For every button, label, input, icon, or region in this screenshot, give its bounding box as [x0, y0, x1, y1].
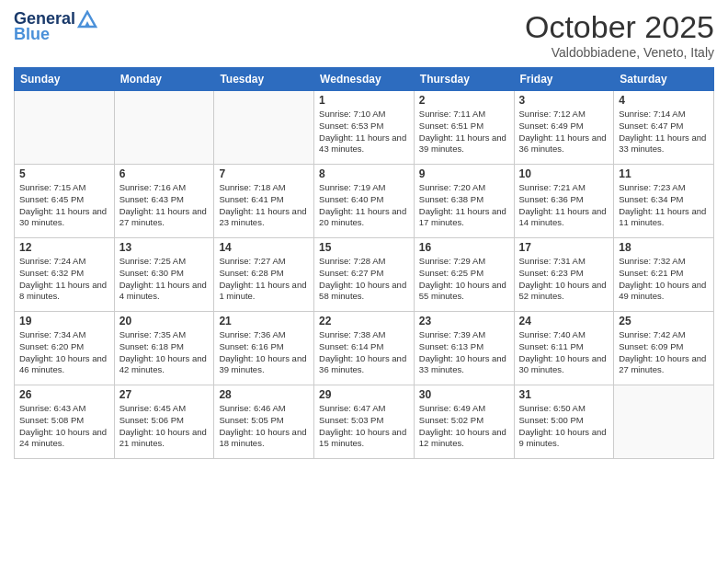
day-number: 8 — [319, 167, 409, 180]
day-number: 23 — [419, 315, 509, 327]
calendar-cell: 19Sunrise: 7:34 AM Sunset: 6:20 PM Dayli… — [15, 312, 115, 385]
calendar-cell: 6Sunrise: 7:16 AM Sunset: 6:43 PM Daylig… — [114, 165, 214, 238]
calendar-cell: 1Sunrise: 7:10 AM Sunset: 6:53 PM Daylig… — [314, 91, 415, 165]
day-info: Sunrise: 7:11 AM Sunset: 6:51 PM Dayligh… — [419, 109, 509, 155]
calendar-cell — [614, 385, 714, 459]
calendar-cell: 11Sunrise: 7:23 AM Sunset: 6:34 PM Dayli… — [614, 165, 714, 238]
day-info: Sunrise: 6:45 AM Sunset: 5:06 PM Dayligh… — [119, 403, 210, 450]
header: General Blue October 2025 Valdobbiadene,… — [14, 9, 714, 60]
calendar-cell: 24Sunrise: 7:40 AM Sunset: 6:11 PM Dayli… — [514, 312, 614, 385]
days-header-row: SundayMondayTuesdayWednesdayThursdayFrid… — [15, 68, 714, 91]
day-number: 5 — [19, 167, 109, 180]
day-number: 3 — [519, 94, 609, 107]
day-info: Sunrise: 6:49 AM Sunset: 5:02 PM Dayligh… — [419, 403, 509, 450]
day-info: Sunrise: 7:38 AM Sunset: 6:14 PM Dayligh… — [319, 329, 409, 376]
calendar-cell: 7Sunrise: 7:18 AM Sunset: 6:41 PM Daylig… — [214, 165, 314, 238]
day-number: 14 — [219, 241, 309, 254]
day-info: Sunrise: 7:21 AM Sunset: 6:36 PM Dayligh… — [519, 182, 609, 229]
day-number: 24 — [519, 315, 609, 327]
week-row-5: 26Sunrise: 6:43 AM Sunset: 5:08 PM Dayli… — [15, 385, 714, 459]
day-header-sunday: Sunday — [15, 68, 115, 91]
day-info: Sunrise: 7:34 AM Sunset: 6:20 PM Dayligh… — [19, 329, 109, 376]
day-number: 22 — [319, 315, 409, 327]
day-number: 25 — [619, 315, 709, 327]
day-number: 2 — [419, 94, 509, 107]
day-number: 21 — [219, 315, 309, 327]
day-info: Sunrise: 7:36 AM Sunset: 6:16 PM Dayligh… — [219, 329, 309, 376]
month-title: October 2025 — [525, 9, 714, 45]
day-header-monday: Monday — [114, 68, 214, 91]
calendar-cell: 30Sunrise: 6:49 AM Sunset: 5:02 PM Dayli… — [414, 385, 514, 459]
calendar-cell: 16Sunrise: 7:29 AM Sunset: 6:25 PM Dayli… — [414, 238, 514, 312]
calendar-cell: 17Sunrise: 7:31 AM Sunset: 6:23 PM Dayli… — [514, 238, 614, 312]
calendar-cell: 23Sunrise: 7:39 AM Sunset: 6:13 PM Dayli… — [414, 312, 514, 385]
day-info: Sunrise: 7:14 AM Sunset: 6:47 PM Dayligh… — [619, 109, 709, 155]
calendar-cell: 26Sunrise: 6:43 AM Sunset: 5:08 PM Dayli… — [15, 385, 115, 459]
day-number: 10 — [519, 167, 609, 180]
day-info: Sunrise: 6:43 AM Sunset: 5:08 PM Dayligh… — [19, 403, 109, 450]
calendar-cell: 10Sunrise: 7:21 AM Sunset: 6:36 PM Dayli… — [514, 165, 614, 238]
logo-blue: Blue — [14, 25, 50, 44]
day-info: Sunrise: 7:20 AM Sunset: 6:38 PM Dayligh… — [419, 182, 509, 229]
calendar-cell — [15, 91, 115, 165]
day-header-wednesday: Wednesday — [314, 68, 415, 91]
calendar-cell: 4Sunrise: 7:14 AM Sunset: 6:47 PM Daylig… — [614, 91, 714, 165]
calendar-cell — [214, 91, 314, 165]
day-info: Sunrise: 7:27 AM Sunset: 6:28 PM Dayligh… — [219, 256, 309, 303]
day-info: Sunrise: 7:19 AM Sunset: 6:40 PM Dayligh… — [319, 182, 409, 229]
day-number: 19 — [19, 315, 109, 327]
calendar-cell: 18Sunrise: 7:32 AM Sunset: 6:21 PM Dayli… — [614, 238, 714, 312]
calendar-cell — [114, 91, 214, 165]
day-info: Sunrise: 7:31 AM Sunset: 6:23 PM Dayligh… — [519, 256, 609, 303]
day-info: Sunrise: 7:10 AM Sunset: 6:53 PM Dayligh… — [319, 109, 409, 155]
week-row-2: 5Sunrise: 7:15 AM Sunset: 6:45 PM Daylig… — [15, 165, 714, 238]
week-row-4: 19Sunrise: 7:34 AM Sunset: 6:20 PM Dayli… — [15, 312, 714, 385]
day-number: 11 — [619, 167, 709, 180]
calendar-cell: 22Sunrise: 7:38 AM Sunset: 6:14 PM Dayli… — [314, 312, 415, 385]
logo: General Blue — [14, 9, 97, 44]
calendar-cell: 21Sunrise: 7:36 AM Sunset: 6:16 PM Dayli… — [214, 312, 314, 385]
day-header-saturday: Saturday — [614, 68, 714, 91]
calendar-cell: 27Sunrise: 6:45 AM Sunset: 5:06 PM Dayli… — [114, 385, 214, 459]
day-info: Sunrise: 7:15 AM Sunset: 6:45 PM Dayligh… — [19, 182, 109, 229]
day-number: 6 — [119, 167, 210, 180]
calendar-cell: 13Sunrise: 7:25 AM Sunset: 6:30 PM Dayli… — [114, 238, 214, 312]
calendar-cell: 12Sunrise: 7:24 AM Sunset: 6:32 PM Dayli… — [15, 238, 115, 312]
location: Valdobbiadene, Veneto, Italy — [525, 45, 714, 60]
day-info: Sunrise: 7:18 AM Sunset: 6:41 PM Dayligh… — [219, 182, 309, 229]
day-number: 30 — [419, 388, 509, 401]
day-info: Sunrise: 7:12 AM Sunset: 6:49 PM Dayligh… — [519, 109, 609, 155]
day-number: 26 — [19, 388, 109, 401]
calendar-cell: 2Sunrise: 7:11 AM Sunset: 6:51 PM Daylig… — [414, 91, 514, 165]
day-number: 16 — [419, 241, 509, 254]
day-number: 4 — [619, 94, 709, 107]
calendar-cell: 29Sunrise: 6:47 AM Sunset: 5:03 PM Dayli… — [314, 385, 415, 459]
day-number: 27 — [119, 388, 210, 401]
calendar-cell: 9Sunrise: 7:20 AM Sunset: 6:38 PM Daylig… — [414, 165, 514, 238]
day-info: Sunrise: 6:47 AM Sunset: 5:03 PM Dayligh… — [319, 403, 409, 450]
day-number: 29 — [319, 388, 409, 401]
day-info: Sunrise: 7:28 AM Sunset: 6:27 PM Dayligh… — [319, 256, 409, 303]
calendar-cell: 3Sunrise: 7:12 AM Sunset: 6:49 PM Daylig… — [514, 91, 614, 165]
title-block: October 2025 Valdobbiadene, Veneto, Ital… — [525, 9, 714, 60]
calendar-cell: 8Sunrise: 7:19 AM Sunset: 6:40 PM Daylig… — [314, 165, 415, 238]
day-info: Sunrise: 7:16 AM Sunset: 6:43 PM Dayligh… — [119, 182, 210, 229]
day-number: 15 — [319, 241, 409, 254]
day-number: 28 — [219, 388, 309, 401]
week-row-1: 1Sunrise: 7:10 AM Sunset: 6:53 PM Daylig… — [15, 91, 714, 165]
day-info: Sunrise: 7:39 AM Sunset: 6:13 PM Dayligh… — [419, 329, 509, 376]
calendar-cell: 14Sunrise: 7:27 AM Sunset: 6:28 PM Dayli… — [214, 238, 314, 312]
day-info: Sunrise: 7:23 AM Sunset: 6:34 PM Dayligh… — [619, 182, 709, 229]
calendar-cell: 25Sunrise: 7:42 AM Sunset: 6:09 PM Dayli… — [614, 312, 714, 385]
calendar-cell: 28Sunrise: 6:46 AM Sunset: 5:05 PM Dayli… — [214, 385, 314, 459]
svg-marker-1 — [85, 21, 90, 27]
day-number: 20 — [119, 315, 210, 327]
day-info: Sunrise: 7:42 AM Sunset: 6:09 PM Dayligh… — [619, 329, 709, 376]
calendar-cell: 15Sunrise: 7:28 AM Sunset: 6:27 PM Dayli… — [314, 238, 415, 312]
calendar-cell: 20Sunrise: 7:35 AM Sunset: 6:18 PM Dayli… — [114, 312, 214, 385]
page-container: General Blue October 2025 Valdobbiadene,… — [0, 0, 728, 468]
day-number: 9 — [419, 167, 509, 180]
day-info: Sunrise: 7:32 AM Sunset: 6:21 PM Dayligh… — [619, 256, 709, 303]
week-row-3: 12Sunrise: 7:24 AM Sunset: 6:32 PM Dayli… — [15, 238, 714, 312]
day-number: 13 — [119, 241, 210, 254]
